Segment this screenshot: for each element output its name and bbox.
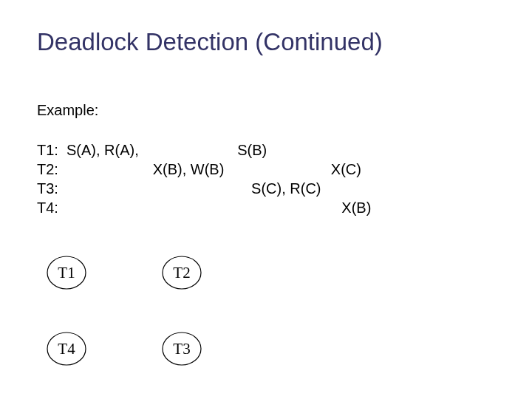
ellipse-icon (161, 331, 202, 366)
tx-row-t2: T2: X(B), W(B) X(C) (37, 161, 361, 177)
tx-row-t4: T4: X(B) (37, 200, 371, 216)
graph-node-t1: T1 (46, 255, 87, 290)
svg-point-2 (47, 332, 86, 365)
graph-node-label: T2 (173, 255, 190, 290)
slide: Deadlock Detection (Continued) Example: … (0, 0, 532, 399)
page-title: Deadlock Detection (Continued) (37, 28, 383, 56)
svg-point-1 (163, 256, 201, 289)
tx-row-t1: T1: S(A), R(A), S(B) (37, 142, 267, 158)
graph-node-t2: T2 (161, 255, 202, 290)
graph-node-t3: T3 (161, 331, 202, 366)
ellipse-icon (46, 255, 87, 290)
svg-point-3 (163, 332, 201, 365)
graph-node-t4: T4 (46, 331, 87, 366)
transaction-schedule: T1: S(A), R(A), S(B) T2: X(B), W(B) X(C)… (37, 140, 371, 217)
example-label: Example: (37, 102, 98, 119)
graph-node-label: T1 (58, 255, 75, 290)
svg-point-0 (47, 256, 86, 289)
graph-node-label: T3 (173, 331, 190, 366)
graph-node-label: T4 (58, 331, 75, 366)
ellipse-icon (161, 255, 202, 290)
ellipse-icon (46, 331, 87, 366)
tx-row-t3: T3: S(C), R(C) (37, 180, 321, 197)
